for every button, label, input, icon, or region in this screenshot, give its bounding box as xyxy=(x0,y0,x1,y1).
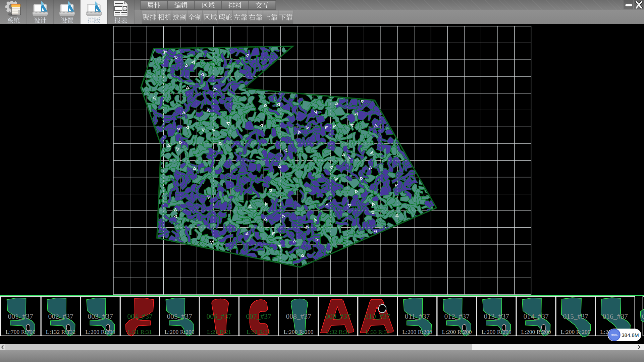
svg-text:L:700 R:700: L:700 R:700 xyxy=(6,328,36,335)
svg-text:012_#37: 012_#37 xyxy=(444,312,470,320)
svg-text:L:200 R:200: L:200 R:200 xyxy=(482,328,512,335)
svg-text:011_#37: 011_#37 xyxy=(405,312,430,320)
svg-text:016_#37: 016_#37 xyxy=(602,312,628,320)
svg-text:013_#37: 013_#37 xyxy=(484,312,509,320)
svg-text:L:200 R:200: L:200 R:200 xyxy=(284,328,314,335)
svg-text:38%: 38% xyxy=(611,333,618,337)
svg-text:L:200 R:200: L:200 R:200 xyxy=(561,328,591,335)
svg-text:015_#37: 015_#37 xyxy=(563,312,588,320)
svg-text:014_#37: 014_#37 xyxy=(523,312,549,320)
svg-text:007_#37: 007_#37 xyxy=(246,312,271,320)
svg-text:L:200 R:200: L:200 R:200 xyxy=(86,328,115,335)
svg-text:L:200 R:200: L:200 R:200 xyxy=(165,328,195,335)
svg-text:L:200 R:200: L:200 R:200 xyxy=(402,328,432,335)
svg-text:005_#37: 005_#37 xyxy=(167,312,192,320)
svg-text:0: 0 xyxy=(642,312,644,320)
svg-text:L:31 R:31: L:31 R:31 xyxy=(128,328,152,335)
svg-text:008_#37: 008_#37 xyxy=(286,312,311,320)
svg-text:L:200 R:200: L:200 R:200 xyxy=(442,328,472,335)
svg-text:L:32 R:31: L:32 R:31 xyxy=(326,328,350,335)
svg-text:L:21 R:21: L:21 R:21 xyxy=(207,328,231,335)
svg-text:003_#37: 003_#37 xyxy=(88,312,113,320)
svg-text:L:132 R:132: L:132 R:132 xyxy=(46,328,76,335)
svg-text:384.8M: 384.8M xyxy=(622,332,639,338)
svg-text:L:200 R:200: L:200 R:200 xyxy=(521,328,551,335)
svg-text:L:31 R:31: L:31 R:31 xyxy=(247,328,270,335)
svg-text:010_#37: 010_#37 xyxy=(365,312,390,320)
svg-text:L:33 R:33: L:33 R:33 xyxy=(366,328,390,335)
svg-text:001_#37: 001_#37 xyxy=(8,312,33,320)
svg-text:009_#37: 009_#37 xyxy=(325,312,351,320)
svg-text:006_#37: 006_#37 xyxy=(206,312,232,320)
svg-text:002_#37: 002_#37 xyxy=(48,312,73,320)
svg-text:004_#37: 004_#37 xyxy=(127,312,153,320)
